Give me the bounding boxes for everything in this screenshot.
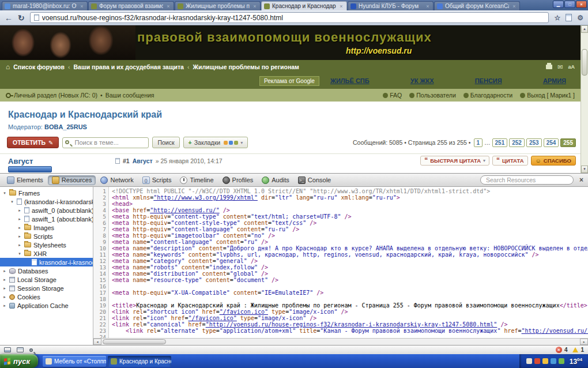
- banner-url[interactable]: http://voensud.ru: [346, 46, 412, 55]
- browser-tab[interactable]: Форум правовой взаимопом×: [88, 1, 174, 10]
- tree-item[interactable]: ▸Databases: [0, 266, 93, 275]
- user-menu-link[interactable]: Благодарности: [463, 92, 512, 99]
- post-header-author[interactable]: Август: [133, 157, 153, 164]
- tree-disclosure-icon[interactable]: ▾: [2, 191, 7, 196]
- forum-nav-link[interactable]: ЖИЛЬЁ СПБ: [330, 77, 370, 84]
- devtools-tab-network[interactable]: Network: [96, 175, 137, 185]
- breadcrumb-link[interactable]: Список форумов: [13, 63, 65, 70]
- tree-item[interactable]: ▾(krasnodar-i-krasnodarskiy...: [0, 197, 93, 206]
- tray-icon[interactable]: [526, 358, 532, 364]
- topic-search-input[interactable]: [62, 137, 149, 148]
- browser-tab[interactable]: Общий форум KoreanCars-К×: [434, 1, 520, 10]
- user-menu-link[interactable]: Пользователи: [409, 92, 456, 99]
- tree-disclosure-icon[interactable]: ▸: [2, 303, 7, 308]
- browser-tab[interactable]: Hyundai КЛУБ - Форум×: [348, 1, 434, 10]
- your-messages-link[interactable]: Ваши сообщения: [105, 92, 154, 99]
- text-size-control[interactable]: aA: [568, 64, 575, 70]
- devtools-tab-audits[interactable]: Audits: [258, 175, 293, 185]
- tree-item[interactable]: krasnodar-i-krasnoda...: [0, 258, 93, 266]
- devtools-tab-resources[interactable]: Resources: [48, 175, 96, 185]
- tree-item[interactable]: ▸Local Storage: [0, 275, 93, 284]
- start-button[interactable]: пуск: [0, 354, 38, 368]
- email-icon[interactable]: ✉: [557, 63, 563, 71]
- breadcrumb-link[interactable]: Жилищные проблемы по регионам: [193, 63, 299, 70]
- error-count-icon[interactable]: ×: [556, 347, 562, 353]
- page-scrollbar[interactable]: ▲ ▼: [581, 25, 588, 173]
- tree-disclosure-icon[interactable]: ▸: [2, 286, 7, 291]
- tree-item[interactable]: ▸Session Storage: [0, 284, 93, 292]
- google-ads-label[interactable]: Реклама от Google: [259, 76, 319, 86]
- scroll-down-arrow[interactable]: ▼: [581, 166, 588, 173]
- tree-item[interactable]: ▸aswift_0 (about:blank): [0, 206, 93, 215]
- reload-button[interactable]: ↻: [18, 13, 25, 22]
- tree-item[interactable]: ▸Cookies: [0, 292, 93, 301]
- forum-nav-link[interactable]: АРМИЯ: [543, 77, 566, 84]
- tree-disclosure-icon[interactable]: ▸: [17, 208, 22, 213]
- tab-close-icon[interactable]: ×: [425, 3, 431, 9]
- address-bar[interactable]: voensud.ru/house-reginos-f32/krasnodar-i…: [30, 12, 549, 23]
- tree-item[interactable]: ▾Frames: [0, 189, 93, 197]
- reply-button[interactable]: ОТВЕТИТЬ ✎: [7, 137, 59, 148]
- tab-close-icon[interactable]: ×: [338, 3, 344, 9]
- back-button[interactable]: ←: [5, 13, 13, 22]
- breadcrumb-link[interactable]: Ваши права и их досудебная защита: [74, 63, 184, 70]
- home-icon[interactable]: ⌂: [6, 63, 10, 71]
- user-menu-link[interactable]: FAQ: [383, 92, 402, 99]
- moderator-link[interactable]: BOBA_25RUS: [44, 123, 87, 130]
- quote-button[interactable]: “ ЦИТАТА: [492, 156, 527, 166]
- browser-tab[interactable]: Жилищные проблемы по ре×: [175, 1, 261, 10]
- search-button[interactable]: Поиск: [152, 137, 179, 148]
- user-menu-link[interactable]: Выход [ Марик1 ]: [520, 92, 575, 99]
- tree-disclosure-icon[interactable]: ▸: [17, 217, 22, 221]
- horizontal-scrollbar[interactable]: ◂ ▸: [93, 338, 588, 345]
- tree-disclosure-icon[interactable]: ▾: [17, 251, 22, 256]
- pagination-page[interactable]: 251: [492, 138, 508, 147]
- close-button[interactable]: ×: [576, 1, 587, 8]
- pagination-page[interactable]: 1: [474, 138, 483, 147]
- taskbar-task[interactable]: Краснодар и Красно...: [108, 356, 171, 367]
- browser-tab[interactable]: marat-1980@inbox.ru: Отве×: [2, 1, 88, 10]
- tab-close-icon[interactable]: ×: [79, 3, 85, 9]
- post-number[interactable]: #1: [123, 157, 130, 164]
- status-search-icon[interactable]: [29, 348, 33, 352]
- thanks-button[interactable]: ☺ СПАСИБО: [531, 156, 576, 166]
- scrollbar-thumb[interactable]: [103, 339, 166, 344]
- browser-tab[interactable]: Краснодар и Краснодарски×: [261, 1, 347, 10]
- tree-disclosure-icon[interactable]: ▸: [17, 226, 22, 230]
- tab-close-icon[interactable]: ×: [252, 3, 258, 9]
- scroll-up-arrow[interactable]: ▲: [581, 25, 588, 33]
- scroll-right-arrow[interactable]: ▸: [580, 339, 588, 345]
- tree-disclosure-icon[interactable]: ▸: [2, 295, 7, 299]
- tools-menu-icon[interactable]: ⚙: [577, 14, 583, 22]
- forum-nav-link[interactable]: УК ЖКХ: [410, 77, 434, 84]
- page-menu-icon[interactable]: [566, 14, 572, 21]
- tray-icon[interactable]: [559, 358, 564, 364]
- devtools-tab-timeline[interactable]: Timeline: [176, 175, 217, 185]
- post-link-icon[interactable]: [115, 158, 120, 164]
- tree-item[interactable]: ▸aswift_1 (about:blank): [0, 215, 93, 223]
- quick-quote-button[interactable]: “ БЫСТРАЯ ЦИТАТА ▾: [420, 156, 489, 166]
- restore-button[interactable]: □: [564, 1, 575, 8]
- tab-close-icon[interactable]: ×: [511, 3, 517, 9]
- tree-disclosure-icon[interactable]: ▸: [2, 269, 7, 273]
- tree-item[interactable]: ▾XHR: [0, 249, 93, 258]
- taskbar-clock[interactable]: 1304: [570, 357, 582, 366]
- minimize-button[interactable]: ▁: [553, 1, 564, 8]
- pagination-page[interactable]: 254: [544, 138, 559, 147]
- taskbar-task[interactable]: Мебель от «Столпп...: [43, 356, 106, 367]
- console-toggle-icon[interactable]: [17, 347, 24, 352]
- devtools-tab-profiles[interactable]: Profiles: [218, 175, 258, 185]
- tray-icon[interactable]: [534, 358, 540, 364]
- devtools-search-input[interactable]: [480, 175, 574, 185]
- tree-disclosure-icon[interactable]: ▸: [17, 234, 22, 239]
- scrollbar-thumb[interactable]: [582, 49, 587, 76]
- scroll-left-arrow[interactable]: ◂: [93, 339, 101, 345]
- forum-nav-link[interactable]: ПЕНСИЯ: [475, 77, 502, 84]
- tree-item[interactable]: ▸Application Cache: [0, 301, 93, 310]
- warning-count[interactable]: 1: [581, 347, 584, 353]
- devtools-tab-console[interactable]: Console: [294, 175, 335, 185]
- tray-icon[interactable]: [551, 358, 556, 364]
- tree-disclosure-icon[interactable]: ▸: [2, 277, 7, 282]
- error-count[interactable]: 4: [564, 347, 568, 353]
- pagination-page[interactable]: 253: [526, 138, 542, 147]
